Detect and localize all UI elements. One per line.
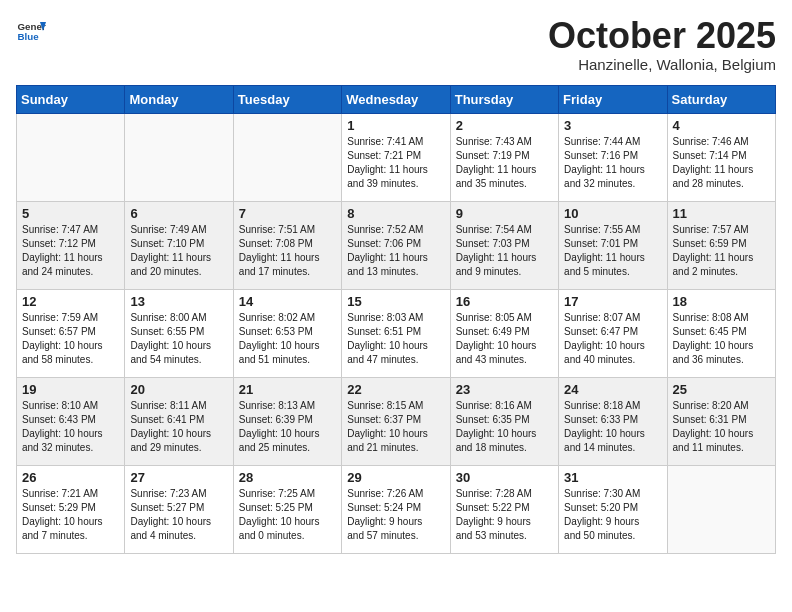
calendar-cell: 5Sunrise: 7:47 AM Sunset: 7:12 PM Daylig… xyxy=(17,201,125,289)
day-number: 19 xyxy=(22,382,119,397)
cell-content: Sunrise: 7:54 AM Sunset: 7:03 PM Dayligh… xyxy=(456,223,553,279)
calendar-table: SundayMondayTuesdayWednesdayThursdayFrid… xyxy=(16,85,776,554)
cell-content: Sunrise: 7:30 AM Sunset: 5:20 PM Dayligh… xyxy=(564,487,661,543)
day-number: 29 xyxy=(347,470,444,485)
cell-content: Sunrise: 8:02 AM Sunset: 6:53 PM Dayligh… xyxy=(239,311,336,367)
cell-content: Sunrise: 7:59 AM Sunset: 6:57 PM Dayligh… xyxy=(22,311,119,367)
day-number: 21 xyxy=(239,382,336,397)
day-number: 11 xyxy=(673,206,770,221)
cell-content: Sunrise: 8:11 AM Sunset: 6:41 PM Dayligh… xyxy=(130,399,227,455)
cell-content: Sunrise: 7:23 AM Sunset: 5:27 PM Dayligh… xyxy=(130,487,227,543)
calendar-cell: 22Sunrise: 8:15 AM Sunset: 6:37 PM Dayli… xyxy=(342,377,450,465)
cell-content: Sunrise: 7:41 AM Sunset: 7:21 PM Dayligh… xyxy=(347,135,444,191)
day-number: 5 xyxy=(22,206,119,221)
calendar-body: 1Sunrise: 7:41 AM Sunset: 7:21 PM Daylig… xyxy=(17,113,776,553)
month-title: October 2025 xyxy=(548,16,776,56)
calendar-cell: 23Sunrise: 8:16 AM Sunset: 6:35 PM Dayli… xyxy=(450,377,558,465)
day-number: 16 xyxy=(456,294,553,309)
cell-content: Sunrise: 8:00 AM Sunset: 6:55 PM Dayligh… xyxy=(130,311,227,367)
location-title: Hanzinelle, Wallonia, Belgium xyxy=(548,56,776,73)
calendar-cell: 31Sunrise: 7:30 AM Sunset: 5:20 PM Dayli… xyxy=(559,465,667,553)
calendar-cell xyxy=(17,113,125,201)
day-number: 10 xyxy=(564,206,661,221)
calendar-cell: 2Sunrise: 7:43 AM Sunset: 7:19 PM Daylig… xyxy=(450,113,558,201)
calendar-cell: 13Sunrise: 8:00 AM Sunset: 6:55 PM Dayli… xyxy=(125,289,233,377)
calendar-cell: 30Sunrise: 7:28 AM Sunset: 5:22 PM Dayli… xyxy=(450,465,558,553)
day-number: 9 xyxy=(456,206,553,221)
cell-content: Sunrise: 7:49 AM Sunset: 7:10 PM Dayligh… xyxy=(130,223,227,279)
calendar-cell: 9Sunrise: 7:54 AM Sunset: 7:03 PM Daylig… xyxy=(450,201,558,289)
day-number: 14 xyxy=(239,294,336,309)
calendar-week-2: 5Sunrise: 7:47 AM Sunset: 7:12 PM Daylig… xyxy=(17,201,776,289)
calendar-cell xyxy=(667,465,775,553)
calendar-cell: 8Sunrise: 7:52 AM Sunset: 7:06 PM Daylig… xyxy=(342,201,450,289)
day-number: 23 xyxy=(456,382,553,397)
day-number: 13 xyxy=(130,294,227,309)
calendar-cell xyxy=(125,113,233,201)
calendar-cell: 1Sunrise: 7:41 AM Sunset: 7:21 PM Daylig… xyxy=(342,113,450,201)
calendar-cell: 14Sunrise: 8:02 AM Sunset: 6:53 PM Dayli… xyxy=(233,289,341,377)
cell-content: Sunrise: 8:15 AM Sunset: 6:37 PM Dayligh… xyxy=(347,399,444,455)
header-day-tuesday: Tuesday xyxy=(233,85,341,113)
day-number: 28 xyxy=(239,470,336,485)
cell-content: Sunrise: 8:16 AM Sunset: 6:35 PM Dayligh… xyxy=(456,399,553,455)
calendar-cell: 26Sunrise: 7:21 AM Sunset: 5:29 PM Dayli… xyxy=(17,465,125,553)
calendar-cell: 12Sunrise: 7:59 AM Sunset: 6:57 PM Dayli… xyxy=(17,289,125,377)
calendar-cell: 10Sunrise: 7:55 AM Sunset: 7:01 PM Dayli… xyxy=(559,201,667,289)
calendar-cell: 16Sunrise: 8:05 AM Sunset: 6:49 PM Dayli… xyxy=(450,289,558,377)
cell-content: Sunrise: 7:47 AM Sunset: 7:12 PM Dayligh… xyxy=(22,223,119,279)
calendar-week-5: 26Sunrise: 7:21 AM Sunset: 5:29 PM Dayli… xyxy=(17,465,776,553)
header-day-monday: Monday xyxy=(125,85,233,113)
day-number: 26 xyxy=(22,470,119,485)
day-number: 18 xyxy=(673,294,770,309)
calendar-cell: 24Sunrise: 8:18 AM Sunset: 6:33 PM Dayli… xyxy=(559,377,667,465)
logo: General Blue xyxy=(16,16,46,46)
calendar-week-1: 1Sunrise: 7:41 AM Sunset: 7:21 PM Daylig… xyxy=(17,113,776,201)
calendar-cell: 3Sunrise: 7:44 AM Sunset: 7:16 PM Daylig… xyxy=(559,113,667,201)
day-number: 27 xyxy=(130,470,227,485)
title-area: October 2025 Hanzinelle, Wallonia, Belgi… xyxy=(548,16,776,73)
calendar-cell: 27Sunrise: 7:23 AM Sunset: 5:27 PM Dayli… xyxy=(125,465,233,553)
day-number: 7 xyxy=(239,206,336,221)
cell-content: Sunrise: 7:51 AM Sunset: 7:08 PM Dayligh… xyxy=(239,223,336,279)
calendar-cell: 15Sunrise: 8:03 AM Sunset: 6:51 PM Dayli… xyxy=(342,289,450,377)
day-number: 6 xyxy=(130,206,227,221)
header-day-friday: Friday xyxy=(559,85,667,113)
day-number: 30 xyxy=(456,470,553,485)
calendar-cell: 11Sunrise: 7:57 AM Sunset: 6:59 PM Dayli… xyxy=(667,201,775,289)
calendar-cell: 29Sunrise: 7:26 AM Sunset: 5:24 PM Dayli… xyxy=(342,465,450,553)
cell-content: Sunrise: 7:26 AM Sunset: 5:24 PM Dayligh… xyxy=(347,487,444,543)
day-number: 3 xyxy=(564,118,661,133)
header-row: SundayMondayTuesdayWednesdayThursdayFrid… xyxy=(17,85,776,113)
calendar-cell: 17Sunrise: 8:07 AM Sunset: 6:47 PM Dayli… xyxy=(559,289,667,377)
calendar-cell: 25Sunrise: 8:20 AM Sunset: 6:31 PM Dayli… xyxy=(667,377,775,465)
cell-content: Sunrise: 7:52 AM Sunset: 7:06 PM Dayligh… xyxy=(347,223,444,279)
calendar-cell: 4Sunrise: 7:46 AM Sunset: 7:14 PM Daylig… xyxy=(667,113,775,201)
day-number: 31 xyxy=(564,470,661,485)
day-number: 2 xyxy=(456,118,553,133)
svg-text:Blue: Blue xyxy=(18,31,40,42)
cell-content: Sunrise: 8:10 AM Sunset: 6:43 PM Dayligh… xyxy=(22,399,119,455)
cell-content: Sunrise: 8:18 AM Sunset: 6:33 PM Dayligh… xyxy=(564,399,661,455)
calendar-week-4: 19Sunrise: 8:10 AM Sunset: 6:43 PM Dayli… xyxy=(17,377,776,465)
day-number: 20 xyxy=(130,382,227,397)
header-day-saturday: Saturday xyxy=(667,85,775,113)
calendar-cell: 28Sunrise: 7:25 AM Sunset: 5:25 PM Dayli… xyxy=(233,465,341,553)
day-number: 12 xyxy=(22,294,119,309)
day-number: 15 xyxy=(347,294,444,309)
cell-content: Sunrise: 7:28 AM Sunset: 5:22 PM Dayligh… xyxy=(456,487,553,543)
day-number: 17 xyxy=(564,294,661,309)
calendar-week-3: 12Sunrise: 7:59 AM Sunset: 6:57 PM Dayli… xyxy=(17,289,776,377)
logo-icon: General Blue xyxy=(16,16,46,46)
cell-content: Sunrise: 7:46 AM Sunset: 7:14 PM Dayligh… xyxy=(673,135,770,191)
cell-content: Sunrise: 8:13 AM Sunset: 6:39 PM Dayligh… xyxy=(239,399,336,455)
cell-content: Sunrise: 8:03 AM Sunset: 6:51 PM Dayligh… xyxy=(347,311,444,367)
cell-content: Sunrise: 8:07 AM Sunset: 6:47 PM Dayligh… xyxy=(564,311,661,367)
cell-content: Sunrise: 7:44 AM Sunset: 7:16 PM Dayligh… xyxy=(564,135,661,191)
cell-content: Sunrise: 7:21 AM Sunset: 5:29 PM Dayligh… xyxy=(22,487,119,543)
cell-content: Sunrise: 7:57 AM Sunset: 6:59 PM Dayligh… xyxy=(673,223,770,279)
cell-content: Sunrise: 8:08 AM Sunset: 6:45 PM Dayligh… xyxy=(673,311,770,367)
calendar-cell: 6Sunrise: 7:49 AM Sunset: 7:10 PM Daylig… xyxy=(125,201,233,289)
header: General Blue October 2025 Hanzinelle, Wa… xyxy=(16,16,776,73)
calendar-cell: 7Sunrise: 7:51 AM Sunset: 7:08 PM Daylig… xyxy=(233,201,341,289)
